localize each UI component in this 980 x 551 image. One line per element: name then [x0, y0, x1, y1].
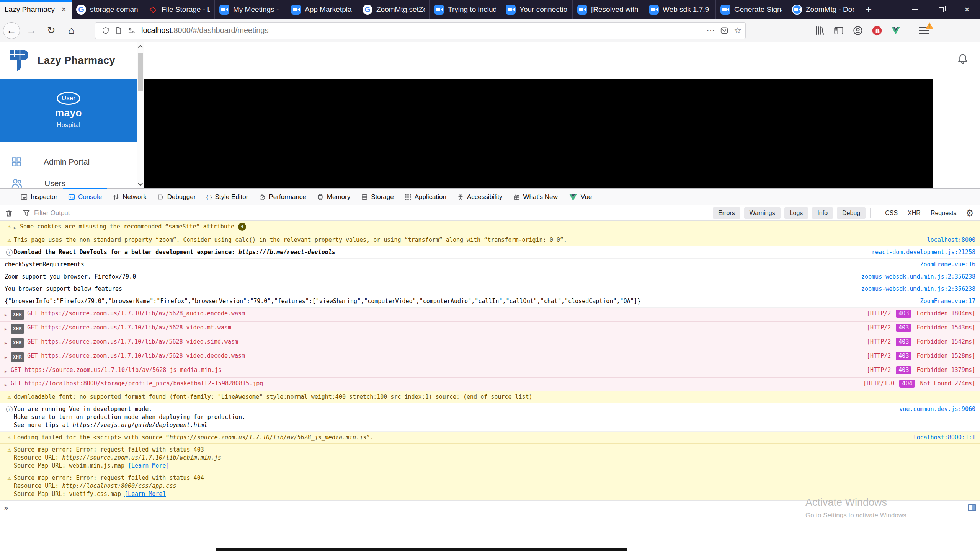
- browser-tab[interactable]: Lazy Pharmacy×: [0, 0, 72, 19]
- devtools-tab-style-editor[interactable]: { }Style Editor: [201, 189, 253, 205]
- learn-more-link[interactable]: [Learn More]: [128, 462, 169, 469]
- tab-title: App Marketpla: [305, 5, 353, 14]
- account-icon[interactable]: [853, 26, 863, 36]
- browser-tab[interactable]: Generate Signa: [716, 0, 787, 19]
- app-brand[interactable]: Lazy Pharmacy: [0, 42, 137, 79]
- info-icon: i: [5, 248, 14, 256]
- source-location-link[interactable]: zoomus-websdk.umd.min.js:2:356238: [854, 285, 975, 293]
- close-tab-icon[interactable]: ×: [60, 5, 67, 15]
- source-location-link[interactable]: react-dom.development.js:21258: [864, 248, 975, 256]
- url-bar[interactable]: localhost:8000/#/dashboard/meetings ⋯ ☆: [95, 22, 746, 39]
- home-button[interactable]: ⌂: [63, 22, 80, 39]
- source-location-link[interactable]: vue.common.dev.js:9060: [892, 405, 975, 413]
- notifications-bell-icon[interactable]: [957, 53, 969, 65]
- page-info-icon[interactable]: [112, 27, 125, 34]
- devtools-tab-application[interactable]: Application: [399, 189, 452, 205]
- browser-tab[interactable]: File Storage - La: [143, 0, 215, 19]
- browser-tab[interactable]: Web sdk 1.7.9 u: [644, 0, 716, 19]
- scroll-down-icon[interactable]: [138, 181, 143, 186]
- source-location-link[interactable]: ZoomFrame.vue:16: [913, 261, 976, 269]
- console-message: GET https://source.zoom.us/1.7.10/lib/av…: [27, 338, 238, 346]
- source-location-link[interactable]: ZoomFrame.vue:17: [913, 297, 976, 305]
- application-icon: [405, 194, 412, 201]
- user-panel: User mayo Hospital: [0, 79, 137, 142]
- learn-more-link[interactable]: [Learn More]: [124, 491, 166, 497]
- scroll-up-icon[interactable]: [138, 45, 143, 50]
- bookmark-star-icon[interactable]: ☆: [734, 26, 742, 36]
- expand-arrow-icon[interactable]: ▶: [5, 324, 11, 333]
- filter-warnings-button[interactable]: Warnings: [744, 207, 781, 219]
- filter-output-input[interactable]: Filter Output: [34, 209, 709, 217]
- permissions-icon[interactable]: [125, 27, 138, 34]
- console-message: GET https://source.zoom.us/1.7.10/lib/av…: [11, 366, 222, 374]
- devtools-tab-vue[interactable]: Vue: [563, 189, 598, 205]
- console-row-warn: ⚠Source map error: Error: request failed…: [0, 472, 980, 500]
- devtools-tab-what-s-new[interactable]: What's New: [508, 189, 563, 205]
- source-location-link[interactable]: localhost:8000:1:1: [905, 434, 975, 442]
- filter-xhr-button[interactable]: XHR: [908, 210, 921, 217]
- browser-tab[interactable]: GZoomMtg.setZo: [358, 0, 430, 19]
- source-location-link[interactable]: zoomus-websdk.umd.min.js:2:356238: [854, 273, 975, 281]
- page-actions-icon[interactable]: ⋯: [706, 26, 715, 36]
- source-location-link[interactable]: localhost:8000: [920, 236, 975, 244]
- devtools-tab-performance[interactable]: Performance: [253, 189, 311, 205]
- expand-arrow-icon[interactable]: ▶: [5, 352, 11, 361]
- filter-logs-button[interactable]: Logs: [784, 207, 808, 219]
- browser-tab[interactable]: ZoomMtg - Doc: [787, 0, 859, 19]
- shield-icon[interactable]: [99, 27, 112, 34]
- info-icon: i: [5, 405, 14, 413]
- scrollbar-thumb[interactable]: [138, 53, 143, 91]
- sidebar-scrollbar[interactable]: [137, 42, 144, 188]
- http-status: [HTTP/2 403 Forbidden 1543ms]: [859, 324, 975, 332]
- restore-button[interactable]: [928, 0, 954, 19]
- clear-console-icon[interactable]: [5, 209, 13, 217]
- vue-devtools-icon[interactable]: [891, 26, 900, 35]
- avatar: User: [57, 92, 80, 105]
- expand-arrow-icon[interactable]: ▶: [14, 223, 20, 232]
- browser-tab[interactable]: Gstorage comand: [72, 0, 143, 19]
- http-status: [HTTP/2 403 Forbidden 1379ms]: [859, 366, 975, 374]
- devtools-tab-storage[interactable]: Storage: [356, 189, 399, 205]
- expand-arrow-icon[interactable]: ▶: [5, 380, 11, 389]
- filter-css-button[interactable]: CSS: [885, 210, 898, 217]
- browser-tab[interactable]: [Resolved with: [573, 0, 644, 19]
- console-settings-gear-icon[interactable]: ⚙: [965, 208, 974, 218]
- filter-info-button[interactable]: Info: [812, 207, 833, 219]
- forward-button[interactable]: →: [23, 22, 40, 39]
- sidebar-item-admin-portal[interactable]: Admin Portal: [0, 151, 137, 173]
- pocket-icon[interactable]: [720, 26, 728, 35]
- library-icon[interactable]: [815, 26, 825, 36]
- tab-strip: Lazy Pharmacy×Gstorage comandFile Storag…: [0, 0, 859, 19]
- filter-debug-button[interactable]: Debug: [837, 207, 866, 219]
- adblock-icon[interactable]: [872, 26, 882, 36]
- user-subtitle: Hospital: [57, 121, 80, 129]
- minimize-button[interactable]: [902, 0, 928, 19]
- sidebars-icon[interactable]: [834, 26, 844, 36]
- browser-tab[interactable]: My Meetings - Z: [215, 0, 286, 19]
- new-tab-button[interactable]: +: [859, 0, 878, 19]
- expand-arrow-icon[interactable]: ▶: [5, 338, 11, 347]
- xhr-badge: XHR: [11, 352, 24, 362]
- reload-button[interactable]: ↻: [43, 22, 60, 39]
- back-button[interactable]: ←: [3, 22, 20, 39]
- expand-arrow-icon[interactable]: ▶: [5, 366, 11, 375]
- devtools-tab-debugger[interactable]: Debugger: [152, 189, 201, 205]
- filter-requests-button[interactable]: Requests: [931, 210, 957, 217]
- expand-arrow-icon[interactable]: ▶: [5, 310, 11, 319]
- split-console-icon[interactable]: [968, 504, 976, 511]
- close-window-button[interactable]: ×: [954, 0, 980, 19]
- browser-tab[interactable]: Trying to includ: [430, 0, 501, 19]
- url-text[interactable]: localhost:8000/#/dashboard/meetings: [141, 26, 706, 35]
- devtools-tab-console[interactable]: Console: [63, 189, 107, 205]
- devtools-tab-label: What's New: [523, 193, 558, 201]
- filter-errors-button[interactable]: Errors: [713, 207, 740, 219]
- sidebar-item-users[interactable]: Users: [0, 173, 137, 188]
- devtools-tab-memory[interactable]: Memory: [312, 189, 356, 205]
- browser-tab[interactable]: Your connectio: [501, 0, 573, 19]
- devtools-tab-label: Accessibility: [467, 193, 503, 201]
- browser-tab[interactable]: App Marketpla: [286, 0, 358, 19]
- menu-button[interactable]: [919, 27, 929, 34]
- devtools-tab-inspector[interactable]: Inspector: [15, 189, 63, 205]
- devtools-tab-accessibility[interactable]: Accessibility: [452, 189, 508, 205]
- devtools-tab-network[interactable]: Network: [107, 189, 152, 205]
